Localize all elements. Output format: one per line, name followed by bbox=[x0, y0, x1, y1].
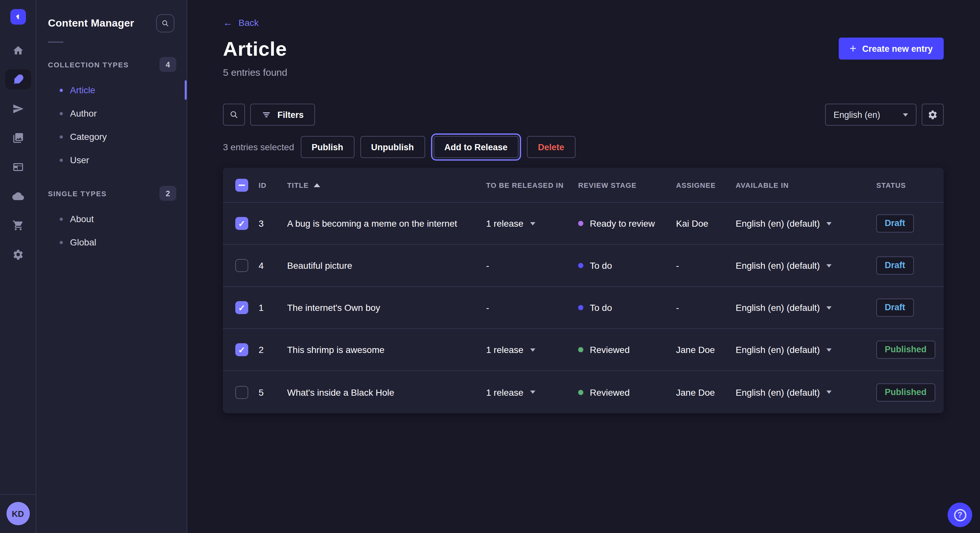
main-content: Back Article 5 entries found Create new … bbox=[187, 0, 980, 533]
column-header-available-in[interactable]: AVAILABLE IN bbox=[736, 181, 876, 189]
cell-locale-dropdown[interactable]: English (en) (default) bbox=[736, 387, 876, 397]
user-avatar[interactable]: KD bbox=[6, 502, 30, 525]
strapi-app: KD Content Manager COLLECTION TYPES 4 Ar… bbox=[0, 0, 980, 533]
unpublish-button[interactable]: Unpublish bbox=[360, 136, 425, 158]
single-types-count-badge: 2 bbox=[159, 186, 176, 201]
filters-button[interactable]: Filters bbox=[250, 104, 315, 125]
content-manager-quill-icon[interactable] bbox=[5, 69, 31, 89]
stage-dot-icon bbox=[578, 263, 583, 268]
subnav-title: Content Manager bbox=[48, 17, 134, 29]
single-types-section: SINGLE TYPES 2 About Global bbox=[36, 186, 187, 254]
table-row[interactable]: 2 This shrimp is awesome 1 release Revie… bbox=[223, 329, 944, 371]
create-new-entry-button[interactable]: Create new entry bbox=[838, 38, 944, 60]
column-header-released[interactable]: TO BE RELEASED IN bbox=[486, 181, 578, 189]
stage-dot-icon bbox=[578, 221, 583, 226]
cell-released: - bbox=[486, 260, 578, 271]
help-icon bbox=[954, 509, 966, 521]
selection-count: 3 entries selected bbox=[223, 142, 294, 152]
column-header-title[interactable]: TITLE bbox=[287, 181, 486, 189]
search-icon bbox=[229, 109, 239, 120]
chevron-down-icon bbox=[530, 222, 535, 225]
sidebar-item-user[interactable]: User bbox=[36, 148, 187, 171]
cell-released-dropdown[interactable]: 1 release bbox=[486, 344, 578, 355]
stage-dot-icon bbox=[578, 347, 583, 352]
strapi-mark-icon bbox=[13, 12, 22, 21]
cell-title: This shrimp is awesome bbox=[287, 344, 486, 355]
plus-icon bbox=[850, 43, 856, 54]
cell-locale-dropdown[interactable]: English (en) (default) bbox=[736, 344, 876, 355]
locale-select[interactable]: English (en) bbox=[825, 104, 916, 125]
cloud-icon[interactable] bbox=[5, 186, 31, 206]
column-header-status[interactable]: STATUS bbox=[876, 181, 944, 189]
search-button[interactable] bbox=[223, 104, 245, 125]
row-checkbox[interactable] bbox=[235, 259, 248, 272]
table-row[interactable]: 4 Beautiful picture - To do - English (e… bbox=[223, 245, 944, 287]
collection-types-label: COLLECTION TYPES bbox=[48, 60, 129, 68]
sidebar-item-label: Global bbox=[70, 237, 96, 247]
publish-button[interactable]: Publish bbox=[301, 136, 354, 158]
delete-button[interactable]: Delete bbox=[527, 136, 575, 158]
back-link[interactable]: Back bbox=[223, 17, 259, 28]
cell-locale-dropdown[interactable]: English (en) (default) bbox=[736, 303, 876, 313]
sidebar-item-author[interactable]: Author bbox=[36, 102, 187, 125]
bullet-icon bbox=[60, 135, 63, 138]
gear-icon bbox=[928, 109, 938, 120]
collection-types-count-badge: 4 bbox=[159, 57, 176, 72]
view-settings-button[interactable] bbox=[922, 104, 944, 125]
cell-title: What's inside a Black Hole bbox=[287, 387, 486, 397]
media-library-icon[interactable] bbox=[5, 128, 31, 148]
cell-review-stage: Ready to review bbox=[578, 218, 676, 228]
status-badge: Draft bbox=[876, 298, 913, 317]
cell-locale-dropdown[interactable]: English (en) (default) bbox=[736, 218, 876, 228]
settings-gear-icon[interactable] bbox=[5, 244, 31, 264]
row-checkbox[interactable] bbox=[235, 385, 248, 399]
column-header-assignee[interactable]: ASSIGNEE bbox=[676, 181, 736, 189]
strapi-logo[interactable] bbox=[10, 9, 25, 25]
content-manager-subnav: Content Manager COLLECTION TYPES 4 Artic… bbox=[36, 0, 187, 533]
layout-icon[interactable] bbox=[5, 157, 31, 177]
select-all-checkbox[interactable] bbox=[235, 178, 248, 191]
table-row[interactable]: 3 A bug is becoming a meme on the intern… bbox=[223, 203, 944, 245]
add-to-release-button[interactable]: Add to Release bbox=[433, 136, 519, 158]
paper-plane-icon[interactable] bbox=[5, 98, 31, 119]
row-checkbox[interactable] bbox=[235, 343, 248, 356]
cell-released: - bbox=[486, 303, 578, 313]
main-nav: KD bbox=[0, 0, 36, 533]
row-checkbox[interactable] bbox=[235, 301, 248, 314]
table-row[interactable]: 1 The internet's Own boy - To do - Engli… bbox=[223, 287, 944, 329]
subnav-search-button[interactable] bbox=[156, 14, 174, 32]
status-badge: Draft bbox=[876, 214, 913, 233]
sidebar-item-global[interactable]: Global bbox=[36, 230, 187, 254]
column-header-id[interactable]: ID bbox=[259, 181, 287, 189]
sidebar-item-about[interactable]: About bbox=[36, 207, 187, 230]
filter-icon bbox=[261, 109, 272, 120]
bullet-icon bbox=[60, 112, 63, 115]
search-icon bbox=[161, 19, 170, 28]
cell-review-stage: To do bbox=[578, 303, 676, 313]
help-button[interactable] bbox=[948, 503, 972, 527]
sidebar-item-label: About bbox=[70, 214, 94, 224]
locale-value: English (en) bbox=[834, 110, 880, 119]
cart-icon[interactable] bbox=[5, 215, 31, 235]
cell-review-stage: Reviewed bbox=[578, 387, 676, 397]
cell-assignee: - bbox=[676, 303, 736, 313]
column-header-review-stage[interactable]: REVIEW STAGE bbox=[578, 181, 676, 189]
table-row[interactable]: 5 What's inside a Black Hole 1 release R… bbox=[223, 371, 944, 413]
sort-ascending-icon bbox=[314, 183, 320, 187]
chevron-down-icon bbox=[530, 390, 535, 394]
bullet-icon bbox=[60, 241, 63, 244]
cell-released-dropdown[interactable]: 1 release bbox=[486, 218, 578, 228]
sidebar-item-article[interactable]: Article bbox=[36, 78, 187, 102]
back-label: Back bbox=[239, 17, 259, 27]
sidebar-item-label: Category bbox=[70, 132, 107, 142]
cell-id: 1 bbox=[259, 303, 287, 313]
status-badge: Published bbox=[876, 383, 935, 401]
sidebar-item-category[interactable]: Category bbox=[36, 125, 187, 148]
cell-released-dropdown[interactable]: 1 release bbox=[486, 387, 578, 397]
row-checkbox[interactable] bbox=[235, 217, 248, 230]
home-icon[interactable] bbox=[5, 40, 31, 60]
cell-review-stage: Reviewed bbox=[578, 344, 676, 355]
cell-locale-dropdown[interactable]: English (en) (default) bbox=[736, 260, 876, 271]
table-header-row: ID TITLE TO BE RELEASED IN REVIEW STAGE … bbox=[223, 168, 944, 203]
chevron-down-icon bbox=[826, 348, 832, 351]
